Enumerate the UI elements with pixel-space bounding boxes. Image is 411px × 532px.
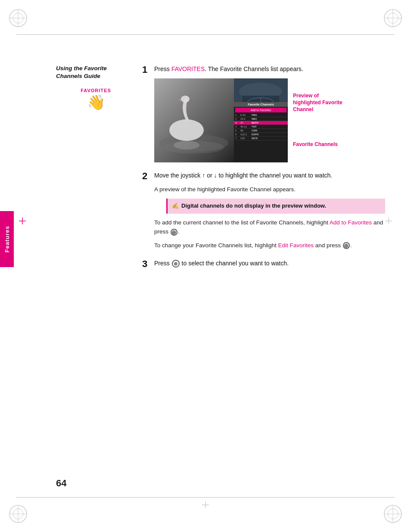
right-column: 1 Press FAVORITES. The Favorite Channels… <box>142 65 385 278</box>
features-tab-label: Features <box>4 226 10 252</box>
step-2-add-text: To add the current channel to the list o… <box>154 218 385 236</box>
step-2-body: A preview of the highlighted Favorite Ch… <box>154 185 385 250</box>
favorites-label: FAVORITES <box>81 88 111 93</box>
ok-button-icon-2: ⊕ <box>343 242 350 249</box>
step-2-text: Move the joystick ↑ or ↓ to highlight th… <box>154 171 332 180</box>
favorites-button-area: FAVORITES 👋 <box>56 88 136 109</box>
step-2-preview-text: A preview of the highlighted Favorite Ch… <box>154 185 385 194</box>
swan-image-area <box>154 78 234 162</box>
step-3: 3 Press ⊗ to select the channel you want… <box>142 259 385 269</box>
channel-row-2: 2 13.4 NBC <box>234 117 288 121</box>
step-1-text: Press FAVORITES. The Favorite Channels l… <box>154 65 303 74</box>
corner-decoration-tr <box>383 8 403 28</box>
channel-row-4: 4 40.11 TNT <box>234 125 288 129</box>
note-icon: ✍ <box>172 202 179 211</box>
crosshair-left <box>19 218 26 224</box>
left-column: Using the Favorite Channels Guide FAVORI… <box>56 65 136 109</box>
corner-decoration-tl <box>8 8 28 28</box>
svg-point-24 <box>169 119 204 141</box>
note-box: ✍ Digital channels do not display in the… <box>166 199 385 214</box>
channels-annotation: Favorite Channels <box>293 141 345 148</box>
features-tab: Features <box>0 211 14 267</box>
edit-favorites-accent: Edit Favorites <box>278 242 314 249</box>
top-rule <box>16 34 395 35</box>
step-1: 1 Press FAVORITES. The Favorite Channels… <box>142 65 385 162</box>
step-2-number: 2 <box>142 171 154 181</box>
section-title: Using the Favorite Channels Guide <box>56 65 136 80</box>
step-1-header: 1 Press FAVORITES. The Favorite Channels… <box>142 65 385 75</box>
svg-point-25 <box>181 96 190 103</box>
step-2-edit-text: To change your Favorite Channels list, h… <box>154 241 385 250</box>
corner-decoration-bl <box>8 504 28 524</box>
channel-row-7: 7 120 NICK <box>234 137 288 140</box>
crosshair-bottom <box>202 501 209 508</box>
channel-row-6: 6 112.1 ESPN <box>234 133 288 137</box>
channel-overlay: Favorite Channels Add to Favorites 1 0.1… <box>234 78 288 162</box>
svg-point-26 <box>174 141 199 149</box>
step-2: 2 Move the joystick ↑ or ↓ to highlight … <box>142 171 385 250</box>
add-to-favorites-accent: Add to Favorites <box>330 219 372 226</box>
step-3-number: 3 <box>142 259 154 269</box>
step-1-number: 1 <box>142 65 154 75</box>
ok-circle-icon: ⊗ <box>172 260 180 268</box>
bottom-rule <box>16 497 395 498</box>
diagram-area: Favorite Channels Add to Favorites 1 0.1… <box>154 78 385 162</box>
hand-pointer-icon: 👋 <box>87 95 105 109</box>
note-text: Digital channels do not display in the p… <box>181 202 326 211</box>
tv-screenshot: Favorite Channels Add to Favorites 1 0.1… <box>154 78 288 162</box>
page-number: 64 <box>56 478 66 489</box>
crosshair-right <box>385 218 392 224</box>
step-2-header: 2 Move the joystick ↑ or ↓ to highlight … <box>142 171 385 181</box>
step-3-text: Press ⊗ to select the channel you want t… <box>154 259 289 268</box>
channel-row-5: 5 50 CNN <box>234 129 288 133</box>
channel-row-1: 1 0.14 PBS <box>234 113 288 117</box>
add-to-favorites-btn: Add to Favorites <box>235 108 286 112</box>
corner-decoration-br <box>383 504 403 524</box>
ok-button-icon: ⊕ <box>171 229 177 236</box>
channel-list-panel: Favorite Channels Add to Favorites 1 0.1… <box>234 102 288 162</box>
favorites-accent: FAVORITES <box>171 65 205 72</box>
diagram-annotations: Preview of highlighted Favorite Channel … <box>293 78 345 162</box>
channel-row-3-highlighted: 3 27 MJTV <box>234 121 288 125</box>
preview-annotation: Preview of highlighted Favorite Channel <box>293 93 345 113</box>
step-3-header: 3 Press ⊗ to select the channel you want… <box>142 259 385 269</box>
channel-panel-title: Favorite Channels <box>234 102 288 107</box>
